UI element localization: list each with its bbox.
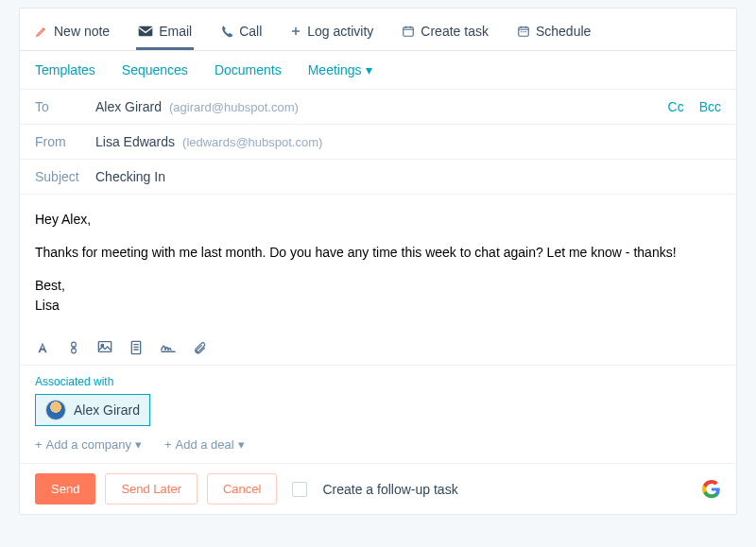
add-deal-link[interactable]: + Add a deal ▾ (164, 437, 245, 452)
subject-label: Subject (35, 169, 88, 184)
subject-value[interactable]: Checking In (95, 169, 165, 184)
chip-label: Alex Girard (74, 402, 140, 418)
google-icon[interactable] (702, 480, 721, 499)
add-company-link[interactable]: + Add a company ▾ (35, 437, 142, 452)
text-format-icon[interactable] (35, 340, 50, 355)
follow-up-label: Create a follow-up task (322, 482, 457, 497)
calendar-icon (517, 25, 530, 38)
email-body[interactable]: Hey Alex, Thanks for meeting with me las… (20, 195, 736, 333)
associated-label: Associated with (35, 375, 721, 388)
follow-up-checkbox[interactable] (292, 482, 307, 497)
caret-down-icon: ▾ (238, 437, 245, 452)
tab-label: Log activity (307, 24, 373, 39)
tab-new-note[interactable]: New note (33, 18, 112, 50)
send-later-button[interactable]: Send Later (105, 473, 198, 504)
from-email: (ledwards@hubspot.com) (182, 135, 322, 149)
body-greeting: Hey Alex, (35, 210, 721, 230)
send-button[interactable]: Send (35, 473, 95, 504)
from-row: From Lisa Edwards (ledwards@hubspot.com) (20, 125, 736, 160)
image-icon[interactable] (97, 340, 112, 355)
to-label: To (35, 99, 88, 114)
tab-log-activity[interactable]: Log activity (288, 18, 375, 50)
email-tool-links: Templates Sequences Documents Meetings ▾ (20, 51, 736, 90)
link-documents[interactable]: Documents (215, 62, 282, 77)
body-signoff-line2: Lisa (35, 296, 721, 316)
compose-footer: Send Send Later Cancel Create a follow-u… (20, 463, 736, 514)
bcc-link[interactable]: Bcc (699, 99, 721, 114)
plus-icon (290, 26, 301, 37)
signature-icon[interactable] (160, 340, 177, 355)
add-associations-row: + Add a company ▾ + Add a deal ▾ (20, 432, 736, 463)
link-templates[interactable]: Templates (35, 62, 95, 77)
calendar-check-icon (402, 25, 415, 38)
plus-icon: + (35, 437, 43, 452)
link-label: Meetings (308, 62, 362, 77)
tab-label: Email (159, 24, 192, 39)
svg-rect-5 (98, 342, 111, 352)
from-label: From (35, 134, 88, 149)
link-icon[interactable] (67, 340, 80, 355)
pencil-icon (35, 25, 48, 38)
activity-tab-bar: New note Email Call Log activity Create … (20, 9, 736, 51)
svg-rect-1 (404, 27, 414, 36)
cc-link[interactable]: Cc (668, 99, 684, 114)
caret-down-icon: ▾ (366, 62, 372, 77)
avatar-icon (45, 400, 66, 420)
cancel-button[interactable]: Cancel (207, 473, 277, 504)
tab-email[interactable]: Email (136, 18, 194, 50)
tab-label: Schedule (536, 24, 591, 39)
to-row: To Alex Girard (agirard@hubspot.com) Cc … (20, 90, 736, 125)
caret-down-icon: ▾ (135, 437, 142, 452)
tab-label: Create task (421, 24, 489, 39)
tab-call[interactable]: Call (218, 18, 264, 50)
associated-section: Associated with Alex Girard (20, 366, 736, 432)
phone-icon (220, 25, 233, 38)
to-name[interactable]: Alex Girard (95, 99, 162, 114)
tab-create-task[interactable]: Create task (400, 18, 490, 50)
tab-label: New note (54, 24, 110, 39)
from-name[interactable]: Lisa Edwards (95, 134, 175, 149)
email-compose-panel: New note Email Call Log activity Create … (19, 8, 737, 515)
envelope-icon (138, 26, 153, 37)
link-meetings[interactable]: Meetings ▾ (308, 62, 372, 77)
to-email: (agirard@hubspot.com) (169, 100, 299, 114)
plus-icon: + (164, 437, 172, 452)
tab-label: Call (239, 24, 262, 39)
tab-schedule[interactable]: Schedule (515, 18, 593, 50)
subject-row: Subject Checking In (20, 160, 736, 195)
add-deal-label: Add a deal (176, 437, 234, 452)
document-icon[interactable] (129, 340, 143, 355)
body-signoff-line1: Best, (35, 276, 721, 296)
attachment-icon[interactable] (194, 340, 207, 355)
editor-toolbar (20, 333, 736, 366)
associated-contact-chip[interactable]: Alex Girard (35, 394, 150, 426)
add-company-label: Add a company (46, 437, 131, 452)
body-paragraph: Thanks for meeting with me last month. D… (35, 243, 721, 263)
link-sequences[interactable]: Sequences (122, 62, 188, 77)
svg-rect-0 (139, 26, 153, 37)
